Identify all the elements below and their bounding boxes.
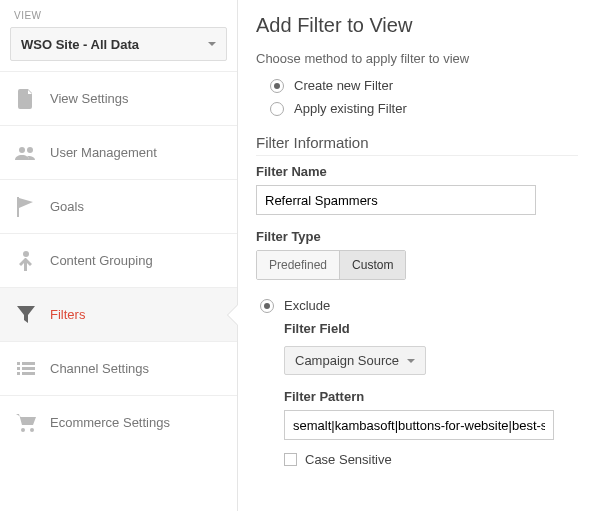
users-icon [14,141,38,165]
sidebar-item-label: Channel Settings [50,361,149,376]
svg-point-2 [23,251,29,257]
filter-field-dropdown[interactable]: Campaign Source [284,346,426,375]
page-title: Add Filter to View [256,14,578,37]
sidebar-item-ecommerce-settings[interactable]: Ecommerce Settings [0,395,237,449]
view-selected-text: WSO Site - All Data [21,37,139,52]
svg-rect-4 [22,362,35,365]
svg-rect-3 [17,362,20,365]
sidebar-item-view-settings[interactable]: View Settings [0,71,237,125]
radio-label: Create new Filter [294,78,393,93]
radio-create-new[interactable]: Create new Filter [270,78,578,93]
toggle-custom[interactable]: Custom [339,251,405,279]
sidebar: VIEW WSO Site - All Data View Settings U… [0,0,237,511]
radio-icon [270,102,284,116]
svg-point-0 [19,147,25,153]
svg-point-1 [27,147,33,153]
case-sensitive-checkbox[interactable]: Case Sensitive [284,452,578,467]
filter-type-toggle: Predefined Custom [256,250,406,280]
sidebar-item-label: User Management [50,145,157,160]
sidebar-item-filters[interactable]: Filters [0,287,237,341]
checkbox-icon [284,453,297,466]
radio-icon [270,79,284,93]
radio-label: Apply existing Filter [294,101,407,116]
person-icon [14,249,38,273]
svg-rect-6 [22,367,35,370]
dropdown-value: Campaign Source [295,353,399,368]
sidebar-item-label: Goals [50,199,84,214]
sidebar-item-content-grouping[interactable]: Content Grouping [0,233,237,287]
filter-name-label: Filter Name [256,164,578,179]
filter-type-label: Filter Type [256,229,578,244]
sidebar-item-label: Content Grouping [50,253,153,268]
svg-point-9 [21,428,25,432]
view-selector[interactable]: WSO Site - All Data [10,27,227,61]
flag-icon [14,195,38,219]
sidebar-item-channel-settings[interactable]: Channel Settings [0,341,237,395]
caret-down-icon [208,42,216,46]
radio-exclude[interactable]: Exclude [260,298,578,313]
svg-rect-8 [22,372,35,375]
main-panel: Add Filter to View Choose method to appl… [237,0,596,511]
caret-down-icon [407,359,415,363]
funnel-icon [14,303,38,327]
filter-pattern-label: Filter Pattern [284,389,578,404]
sidebar-item-label: Filters [50,307,85,322]
filter-pattern-input[interactable] [284,410,554,440]
radio-icon [260,299,274,313]
filter-info-heading: Filter Information [256,134,578,156]
svg-rect-5 [17,367,20,370]
sidebar-item-goals[interactable]: Goals [0,179,237,233]
view-header-label: VIEW [0,0,237,27]
svg-rect-7 [17,372,20,375]
method-label: Choose method to apply filter to view [256,51,578,66]
toggle-predefined[interactable]: Predefined [257,251,339,279]
sidebar-item-label: Ecommerce Settings [50,415,170,430]
radio-apply-existing[interactable]: Apply existing Filter [270,101,578,116]
checkbox-label: Case Sensitive [305,452,392,467]
document-icon [14,87,38,111]
list-icon [14,357,38,381]
filter-field-label: Filter Field [284,321,578,336]
svg-point-10 [30,428,34,432]
cart-icon [14,411,38,435]
filter-name-input[interactable] [256,185,536,215]
sidebar-item-label: View Settings [50,91,129,106]
sidebar-item-user-management[interactable]: User Management [0,125,237,179]
radio-label: Exclude [284,298,330,313]
